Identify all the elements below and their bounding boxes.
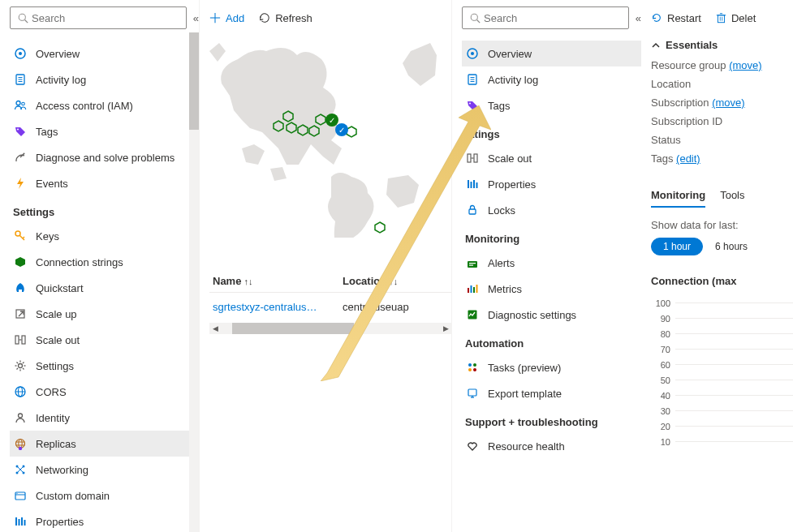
nav-label: Custom domain <box>36 490 192 502</box>
left-nav-item-events[interactable]: Events <box>10 170 199 196</box>
svg-marker-53 <box>283 111 293 122</box>
alerts-icon <box>465 256 480 269</box>
nav-label: Diagnose and solve problems <box>36 152 192 164</box>
right-nav-item-metrics[interactable]: Metrics <box>462 276 641 302</box>
nav-label: Diagnostic settings <box>488 309 635 321</box>
left-nav-item-overview[interactable]: Overview <box>10 41 199 66</box>
right-nav-item-overview[interactable]: Overview <box>462 41 641 66</box>
y-tick-label: 10 <box>651 437 675 447</box>
nav-label: Connection strings <box>36 256 192 268</box>
right-nav-item-resource-health[interactable]: Resource health <box>462 433 641 459</box>
svg-line-62 <box>476 19 480 23</box>
left-nav-item-scale-out[interactable]: Scale out <box>10 327 199 353</box>
nav-label: Keys <box>36 230 192 242</box>
left-nav-item-tags[interactable]: Tags <box>10 118 199 144</box>
svg-rect-71 <box>474 154 477 162</box>
svg-point-86 <box>468 363 472 367</box>
activity-icon <box>13 73 28 86</box>
svg-point-87 <box>473 363 476 367</box>
scaleout-icon <box>13 333 28 346</box>
essentials-location: Location <box>651 78 793 90</box>
left-search-box[interactable] <box>10 6 187 29</box>
left-nav-item-access-control-iam[interactable]: Access control (IAM) <box>10 92 199 118</box>
chart-gridline: 40 <box>651 388 793 403</box>
essentials-subscription-id: Subscription ID <box>651 115 793 127</box>
right-search-box[interactable] <box>462 6 629 29</box>
nav-label: Scale out <box>36 334 192 346</box>
table-h-scrollbar[interactable]: ◀▶ <box>209 323 451 334</box>
left-nav-item-activity-log[interactable]: Activity log <box>10 66 199 92</box>
tasks-icon <box>465 361 480 374</box>
svg-rect-18 <box>22 336 25 344</box>
right-nav-item-tasks-preview[interactable]: Tasks (preview) <box>462 354 641 380</box>
left-nav-item-networking[interactable]: Networking <box>10 457 199 483</box>
replicas-blade: Add Refresh <box>200 0 451 532</box>
table-row[interactable]: sgrtestxyz-centraluseu… centraluseuap <box>209 293 451 321</box>
svg-point-89 <box>473 368 476 371</box>
add-label: Add <box>226 12 244 24</box>
left-nav-item-settings[interactable]: Settings <box>10 353 199 379</box>
refresh-button[interactable]: Refresh <box>259 12 312 24</box>
right-nav-item-export-template[interactable]: Export template <box>462 380 641 406</box>
right-nav-item-alerts[interactable]: Alerts <box>462 250 641 276</box>
delete-button[interactable]: Delet <box>716 12 756 24</box>
add-button[interactable]: Add <box>209 12 244 24</box>
restart-button[interactable]: Restart <box>651 12 701 24</box>
keys-icon <box>13 230 28 242</box>
diagnose-icon <box>13 151 28 164</box>
pill-6hours[interactable]: 6 hours <box>703 238 760 255</box>
nav-label: Metrics <box>488 283 635 295</box>
section-automation: Automation <box>462 328 641 354</box>
essentials-link-edit[interactable]: (edit) <box>676 152 700 165</box>
nav-label: Activity log <box>488 74 635 86</box>
left-nav-item-connection-strings[interactable]: Connection strings <box>10 249 199 275</box>
left-nav-item-cors[interactable]: CORS <box>10 379 199 405</box>
left-nav-item-quickstart[interactable]: Quickstart <box>10 275 199 301</box>
essentials-link-move[interactable]: (move) <box>729 59 761 71</box>
nav-label: Settings <box>36 360 192 372</box>
nav-label: Overview <box>488 48 635 60</box>
left-nav-item-custom-domain[interactable]: Custom domain <box>10 483 199 508</box>
chart-gridline: 100 <box>651 295 793 311</box>
svg-marker-57 <box>309 126 319 136</box>
right-search-input[interactable] <box>482 11 623 25</box>
svg-point-8 <box>16 101 20 105</box>
y-tick-label: 30 <box>651 406 675 416</box>
right-nav-item-locks[interactable]: Locks <box>462 197 641 223</box>
svg-line-26 <box>23 368 24 370</box>
essentials-link-move[interactable]: (move) <box>712 97 744 109</box>
right-nav-item-tags[interactable]: Tags <box>462 92 641 118</box>
left-nav-item-diagnose-and-solve-problems[interactable]: Diagnose and solve problems <box>10 144 199 170</box>
svg-marker-60 <box>375 222 385 233</box>
col-name-header[interactable]: Name↑↓ <box>213 275 318 287</box>
scaleup-icon <box>13 307 28 320</box>
sort-icon: ↑↓ <box>389 277 398 286</box>
collapse-right-icon[interactable]: « <box>636 12 641 24</box>
left-scrollbar[interactable] <box>189 32 199 532</box>
left-nav-item-properties[interactable]: Properties <box>10 508 199 532</box>
right-nav-item-activity-log[interactable]: Activity log <box>462 66 641 92</box>
metrics-icon <box>465 282 480 295</box>
nav-label: CORS <box>36 386 192 398</box>
left-nav-item-identity[interactable]: Identity <box>10 405 199 431</box>
tab-monitoring[interactable]: Monitoring <box>651 189 705 208</box>
pill-1hour[interactable]: 1 hour <box>651 238 703 255</box>
left-search-input[interactable] <box>30 11 181 25</box>
essentials-toggle[interactable]: Essentials <box>651 39 793 51</box>
collapse-left-icon[interactable]: « <box>193 12 199 24</box>
replica-name-link[interactable]: sgrtestxyz-centraluseu… <box>213 301 318 313</box>
right-nav-item-diagnostic-settings[interactable]: Diagnostic settings <box>462 302 641 328</box>
nav-label: Scale up <box>36 308 192 320</box>
right-nav-item-properties[interactable]: Properties <box>462 171 641 197</box>
svg-point-12 <box>24 153 25 155</box>
right-nav-item-scale-out[interactable]: Scale out <box>462 145 641 171</box>
activity-icon <box>465 73 480 86</box>
col-location-header[interactable]: Location↑↓ <box>343 275 448 287</box>
left-nav-item-replicas[interactable]: Replicas <box>10 431 199 457</box>
left-nav-item-keys[interactable]: Keys <box>10 223 199 249</box>
left-nav-item-scale-up[interactable]: Scale up <box>10 301 199 327</box>
tab-tools[interactable]: Tools <box>720 189 744 208</box>
section-settings: Settings <box>10 196 199 223</box>
iam-icon <box>13 99 28 112</box>
nav-label: Scale out <box>488 152 635 165</box>
